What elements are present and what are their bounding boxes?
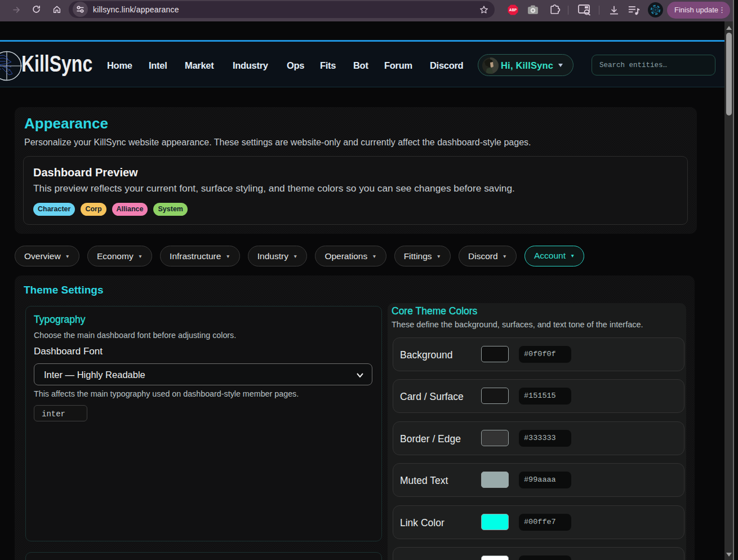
svg-text:ABP: ABP <box>509 8 517 12</box>
